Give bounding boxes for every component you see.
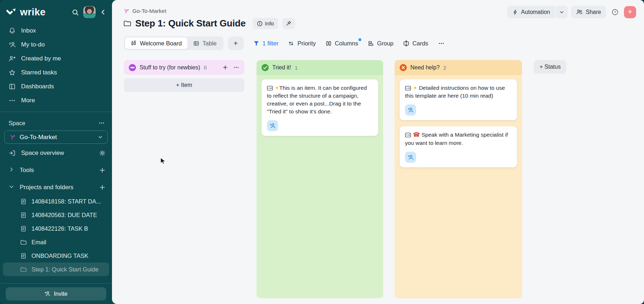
share-button[interactable]: Share: [571, 6, 606, 18]
automation-button[interactable]: Automation: [507, 6, 555, 18]
sidebar-item-label: Starred tasks: [21, 69, 57, 76]
info-label: Info: [265, 20, 274, 26]
group-label: Group: [377, 40, 394, 47]
priority-label: Priority: [297, 40, 316, 47]
add-view-button[interactable]: +: [228, 36, 244, 50]
assign-user-button[interactable]: [405, 152, 416, 163]
column-header[interactable]: Stuff to try (for newbies) 0: [124, 60, 244, 75]
add-status-label: + Status: [540, 64, 561, 70]
add-status-button[interactable]: + Status: [534, 60, 566, 74]
filter-button[interactable]: 1 filter: [253, 40, 279, 47]
folder-icon: [20, 266, 27, 273]
status-circle-icon: [129, 64, 136, 71]
sidebar-section-tools[interactable]: Tools: [0, 163, 112, 177]
tab-table[interactable]: Table: [187, 38, 222, 49]
filter-label: 1 filter: [263, 40, 279, 47]
tab-welcome-board[interactable]: Welcome Board: [125, 38, 187, 49]
person-add-icon: [408, 107, 414, 113]
tree-item-task[interactable]: 1408422126: TASK B: [0, 222, 112, 235]
tree-item-task[interactable]: ONBOARDING TASK: [0, 249, 112, 263]
avatar[interactable]: [83, 6, 96, 18]
columns-icon: [326, 40, 332, 46]
more-options-icon[interactable]: [438, 40, 445, 47]
plus-icon[interactable]: [99, 184, 106, 191]
collapse-sidebar-icon[interactable]: [100, 9, 106, 15]
sidebar-item-created-by-me[interactable]: Created by me: [0, 52, 112, 65]
space-branch-icon: [124, 9, 129, 14]
sidebar-item-my-todo[interactable]: My to-do: [0, 38, 112, 52]
automation-dropdown-button[interactable]: [556, 6, 568, 18]
column-name: Stuff to try (for newbies): [140, 64, 200, 71]
person-arrow-icon: [9, 55, 16, 62]
invite-button[interactable]: Invite: [6, 287, 106, 300]
board-view-icon: [131, 40, 137, 46]
sidebar-item-starred-tasks[interactable]: Starred tasks: [0, 65, 112, 79]
pin-button[interactable]: [282, 18, 295, 29]
tree-item-task[interactable]: 1408420563: DUE DATE: [0, 208, 112, 222]
sort-priority-button[interactable]: Priority: [288, 40, 316, 47]
board-column-tried-it: Tried it! 1 ✦This is an item. It can be …: [257, 60, 383, 298]
tab-label: Welcome Board: [140, 40, 182, 47]
telephone-emoji: ☎: [413, 132, 420, 138]
task-card[interactable]: ✦This is an item. It can be configured t…: [262, 79, 378, 136]
columns-button[interactable]: Columns: [326, 40, 358, 47]
task-card[interactable]: ✦ Detailed instructions on how to use th…: [400, 79, 517, 120]
help-button[interactable]: ?: [609, 6, 621, 18]
sidebar-item-label: Created by me: [21, 55, 61, 62]
plus-icon[interactable]: [99, 167, 106, 173]
wrike-app: wrike Inbox My to-do: [0, 0, 644, 304]
wrike-logo-icon: [6, 8, 17, 16]
main-content: Go-To-Market Step 1: Quick Start Guide I…: [112, 0, 644, 304]
columns-label: Columns: [335, 40, 358, 47]
sidebar-item-inbox[interactable]: Inbox: [0, 24, 112, 38]
group-icon: [368, 40, 374, 46]
sidebar-item-label: Inbox: [21, 27, 36, 34]
create-new-button[interactable]: +: [624, 6, 636, 18]
tree-item-label: Step 1: Quick Start Guide: [31, 266, 98, 273]
column-name: Need help?: [410, 64, 440, 71]
add-card-icon[interactable]: [222, 64, 228, 70]
dashboard-icon: [9, 83, 16, 90]
table-view-icon: [193, 40, 199, 46]
task-icon: [20, 198, 27, 205]
check-circle-icon: [262, 64, 269, 71]
tree-item-folder-selected[interactable]: Step 1: Quick Start Guide: [3, 263, 109, 276]
space-more-icon[interactable]: [98, 120, 105, 126]
search-icon[interactable]: [72, 9, 79, 16]
sidebar-section-projects-folders[interactable]: Projects and folders: [0, 180, 112, 195]
column-header[interactable]: Tried it! 1: [257, 60, 383, 75]
item-type-icon: [405, 85, 411, 91]
filter-icon: [253, 40, 259, 46]
task-icon: [20, 252, 27, 259]
automation-label: Automation: [521, 9, 550, 15]
task-card[interactable]: ☎ Speak with a Marketing specialist if y…: [400, 126, 517, 167]
tree-item-folder[interactable]: Email: [0, 235, 112, 249]
column-header[interactable]: Need help? 2: [395, 60, 522, 75]
sidebar-item-dashboards[interactable]: Dashboards: [0, 79, 112, 93]
cards-button[interactable]: Cards: [403, 40, 428, 47]
sort-arrows-icon: [288, 40, 294, 46]
svg-text:?: ?: [614, 10, 616, 14]
sidebar-item-more[interactable]: More: [0, 93, 112, 107]
breadcrumb[interactable]: Go-To-Market: [124, 8, 166, 14]
group-button[interactable]: Group: [368, 40, 394, 47]
column-count: 1: [295, 65, 298, 71]
chevron-down-icon[interactable]: [9, 184, 14, 191]
person-add-icon: [269, 123, 275, 129]
cards-icon: [403, 40, 409, 46]
breadcrumb-label: Go-To-Market: [132, 8, 166, 14]
assign-user-button[interactable]: [267, 120, 278, 131]
wrike-logo[interactable]: wrike: [6, 7, 46, 18]
chevron-right-icon[interactable]: [9, 167, 14, 174]
tree-item-task[interactable]: 1408418158: START DA...: [0, 195, 112, 208]
notification-dot: [358, 38, 361, 41]
sidebar-item-space-overview[interactable]: Space overview: [0, 146, 112, 160]
sidebar: wrike Inbox My to-do: [0, 0, 112, 304]
column-more-icon[interactable]: [233, 64, 239, 70]
info-button[interactable]: Info: [253, 18, 278, 29]
gear-icon[interactable]: [99, 150, 106, 156]
space-selector[interactable]: Go-To-Market: [4, 131, 108, 144]
assign-user-button[interactable]: [405, 104, 416, 116]
task-icon: [20, 225, 27, 232]
add-item-button[interactable]: + Item: [124, 78, 244, 92]
